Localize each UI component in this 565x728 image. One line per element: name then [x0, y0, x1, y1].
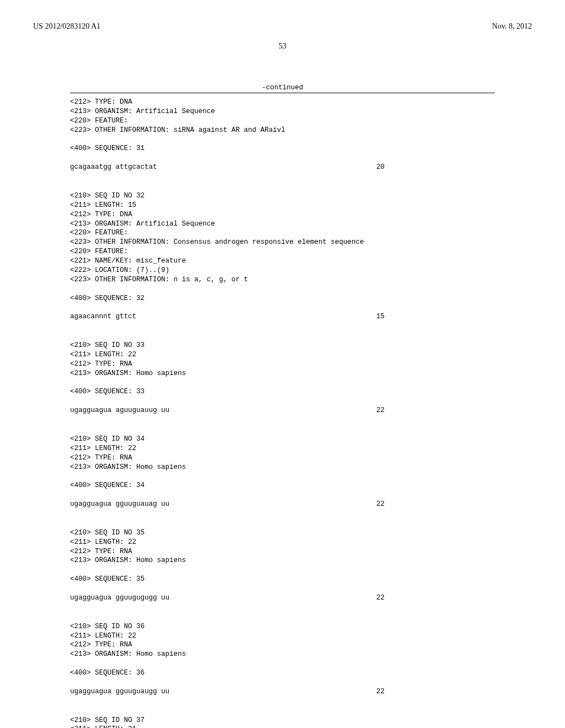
sequence-data: agaacannnt gttct — [70, 312, 136, 322]
sequence-meta-line: <212> TYPE: DNA — [70, 210, 495, 220]
sequence-meta-line: <213> ORGANISM: Homo sapiens — [70, 556, 495, 565]
page-number: 53 — [33, 42, 532, 51]
sequence-header: <400> SEQUENCE: 31 — [70, 144, 495, 153]
sequence-meta-line: <211> LENGTH: 22 — [70, 631, 495, 641]
sequence-meta-line: <220> FEATURE: — [70, 116, 495, 126]
sequence-block: <212> TYPE: DNA<213> ORGANISM: Artificia… — [70, 98, 495, 181]
sequence-meta-line: <223> OTHER INFORMATION: Consensus andro… — [70, 238, 495, 247]
sequence-data-row: agaacannnt gttct15 — [70, 312, 385, 322]
sequence-block: <210> SEQ ID NO 33<211> LENGTH: 22<212> … — [70, 341, 495, 425]
sequence-meta-line: <223> OTHER INFORMATION: siRNA against A… — [70, 126, 495, 135]
sequence-meta-line: <212> TYPE: RNA — [70, 547, 495, 556]
sequence-meta-line: <211> LENGTH: 22 — [70, 538, 495, 547]
sequence-meta-line: <211> LENGTH: 22 — [70, 350, 495, 360]
sequence-block: <210> SEQ ID NO 34<211> LENGTH: 22<212> … — [70, 435, 495, 518]
sequence-block: <210> SEQ ID NO 37<211> LENGTH: 21<212> … — [70, 716, 495, 729]
sequence-header: <400> SEQUENCE: 36 — [70, 668, 495, 678]
sequence-length: 22 — [376, 687, 385, 697]
sequence-meta-line: <211> LENGTH: 22 — [70, 444, 495, 453]
sequence-block: <210> SEQ ID NO 36<211> LENGTH: 22<212> … — [70, 622, 495, 706]
publication-date: Nov. 8, 2012 — [492, 22, 532, 31]
sequence-meta-line: <212> TYPE: RNA — [70, 640, 495, 650]
sequence-meta-line: <210> SEQ ID NO 33 — [70, 341, 495, 350]
page-header: US 2012/0283120 A1 Nov. 8, 2012 — [33, 22, 532, 31]
sequence-meta-line: <213> ORGANISM: Artificial Sequence — [70, 220, 495, 229]
sequence-meta-line: <211> LENGTH: 15 — [70, 201, 495, 210]
sequence-meta-line: <220> FEATURE: — [70, 247, 495, 256]
continued-label: -continued — [33, 84, 532, 92]
sequence-meta-line: <222> LOCATION: (7)..(9) — [70, 266, 495, 275]
sequence-meta-line: <213> ORGANISM: Artificial Sequence — [70, 107, 495, 116]
sequence-meta-line: <210> SEQ ID NO 34 — [70, 435, 495, 444]
sequence-meta-line: <211> LENGTH: 21 — [70, 725, 495, 728]
sequence-data: ugagguagua gguuguaugg uu — [70, 687, 169, 697]
sequence-data-row: ugagguagua gguugugugg uu22 — [70, 593, 385, 603]
sequence-meta-line: <213> ORGANISM: Homo sapiens — [70, 369, 495, 378]
sequence-meta-line: <220> FEATURE: — [70, 228, 495, 238]
sequence-data: ugagguagua aguuguauug uu — [70, 406, 169, 415]
sequence-block: <210> SEQ ID NO 32<211> LENGTH: 15<212> … — [70, 191, 495, 331]
sequence-data-row: ugagguagua gguuguaugg uu22 — [70, 687, 385, 697]
sequence-header: <400> SEQUENCE: 34 — [70, 481, 495, 490]
sequence-meta-line: <212> TYPE: RNA — [70, 360, 495, 369]
sequence-meta-line: <221> NAME/KEY: misc_feature — [70, 256, 495, 266]
sequence-meta-line: <210> SEQ ID NO 36 — [70, 622, 495, 631]
sequence-meta-line: <213> ORGANISM: Homo sapiens — [70, 463, 495, 472]
sequence-header: <400> SEQUENCE: 35 — [70, 575, 495, 584]
sequence-header: <400> SEQUENCE: 33 — [70, 387, 495, 397]
sequence-length: 22 — [376, 593, 385, 603]
sequence-data: gcagaaatgg attgcactat — [70, 163, 157, 172]
sequence-meta-line: <213> ORGANISM: Homo sapiens — [70, 650, 495, 659]
sequence-header: <400> SEQUENCE: 32 — [70, 294, 495, 303]
sequence-data-row: gcagaaatgg attgcactat20 — [70, 163, 385, 172]
sequence-meta-line: <210> SEQ ID NO 35 — [70, 528, 495, 538]
sequence-meta-line: <210> SEQ ID NO 32 — [70, 191, 495, 201]
sequence-length: 22 — [376, 406, 385, 415]
sequence-meta-line: <212> TYPE: DNA — [70, 98, 495, 107]
sequence-listing: <212> TYPE: DNA<213> ORGANISM: Artificia… — [70, 93, 495, 728]
sequence-block: <210> SEQ ID NO 35<211> LENGTH: 22<212> … — [70, 528, 495, 612]
publication-number: US 2012/0283120 A1 — [33, 22, 100, 31]
sequence-meta-line: <212> TYPE: RNA — [70, 453, 495, 463]
sequence-length: 22 — [376, 500, 385, 509]
sequence-length: 15 — [376, 312, 385, 322]
sequence-data-row: ugagguagua gguuguauag uu22 — [70, 500, 385, 509]
sequence-data: ugagguagua gguuguauag uu — [70, 500, 169, 509]
sequence-length: 20 — [376, 163, 385, 172]
sequence-data: ugagguagua gguugugugg uu — [70, 593, 169, 603]
sequence-meta-line: <210> SEQ ID NO 37 — [70, 716, 495, 725]
sequence-data-row: ugagguagua aguuguauug uu22 — [70, 406, 385, 415]
sequence-meta-line: <223> OTHER INFORMATION: n is a, c, g, o… — [70, 275, 495, 285]
